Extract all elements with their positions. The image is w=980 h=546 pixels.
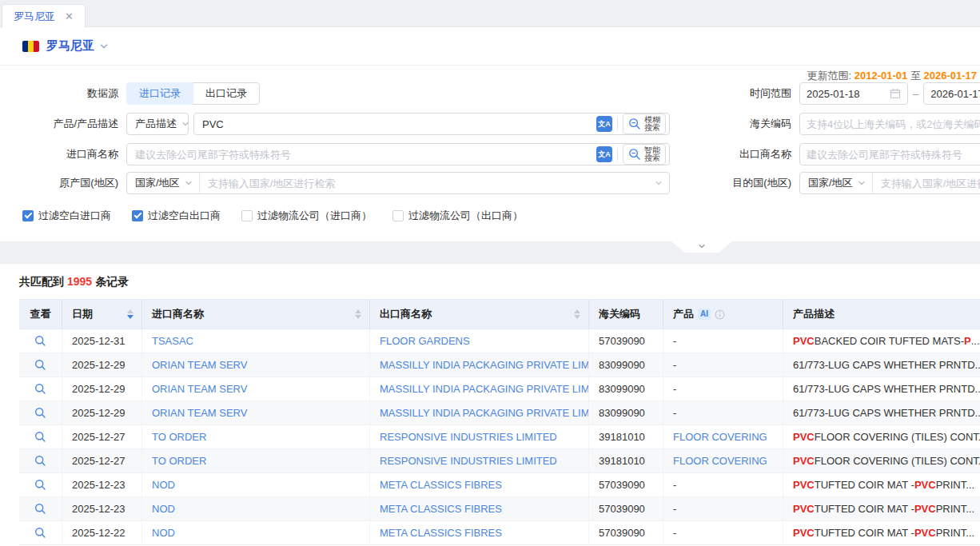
column-label: 产品	[673, 307, 694, 321]
exporter-link[interactable]: MASSILLY INDIA PACKAGING PRIVATE LIMI...	[380, 359, 589, 371]
cell-product: FLOOR COVERING	[663, 449, 783, 472]
fuzzy-search-button[interactable]: 模糊搜索	[623, 114, 666, 134]
column-header-view: 查看	[19, 300, 62, 329]
cell-hs-code: 57039090	[589, 497, 663, 520]
importer-link[interactable]: TSASAC	[152, 335, 193, 347]
product-empty: -	[673, 527, 676, 539]
product-link[interactable]: FLOOR COVERING	[673, 431, 767, 443]
origin-country-input[interactable]: 国家/地区	[126, 172, 670, 194]
smart-search-button[interactable]: 智能搜索	[623, 144, 666, 165]
cell-view[interactable]	[19, 521, 62, 544]
chevron-down-icon	[185, 179, 193, 187]
results-summary: 共匹配到1995条记录	[19, 273, 980, 289]
update-range-from: 2012-01-01	[855, 70, 908, 82]
exporter-label: 出口商名称	[731, 147, 791, 161]
checkbox-icon	[132, 210, 143, 221]
dest-country-input[interactable]: 国家/地区	[799, 172, 980, 194]
product-field-type-select[interactable]: 产品描述	[126, 113, 189, 135]
calendar-icon	[890, 88, 901, 99]
importer-link[interactable]: ORIAN TEAM SERV	[152, 359, 247, 371]
checkbox-label: 过滤空白进口商	[38, 209, 111, 223]
cell-view[interactable]	[19, 353, 62, 377]
table-row: 2025-12-29ORIAN TEAM SERVMASSILLY INDIA …	[19, 401, 980, 425]
sort-icon[interactable]	[355, 309, 361, 319]
cell-view[interactable]	[19, 329, 62, 353]
importer-input[interactable]: 文A 智能搜索	[126, 143, 670, 165]
cell-view[interactable]	[19, 473, 62, 496]
column-header-hs_code: 海关编码	[589, 300, 663, 329]
import-records-button[interactable]: 进口记录	[126, 82, 193, 105]
product-search-input[interactable]: 文A 模糊搜索	[193, 113, 670, 135]
exporter-link[interactable]: RESPONSIVE INDUSTRIES LIMITED	[380, 431, 557, 443]
translate-icon[interactable]: 文A	[596, 146, 612, 162]
filter-panel: 更新范围: 2012-01-01 至 2026-01-17 数据源 进口记录 出…	[0, 66, 980, 241]
cell-exporter: RESPONSIVE INDUSTRIES LIMITED	[370, 425, 589, 448]
cell-view[interactable]	[19, 497, 62, 520]
cell-view[interactable]	[19, 449, 62, 472]
cell-hs-code: 57039090	[589, 329, 663, 353]
cell-date: 2025-12-22	[62, 521, 142, 544]
info-icon[interactable]	[715, 309, 725, 320]
cell-view[interactable]	[19, 401, 62, 424]
sort-icon[interactable]	[127, 309, 133, 319]
zoom-out-magnifier-icon	[628, 118, 641, 130]
view-magnifier-icon	[34, 335, 46, 347]
cell-date: 2025-12-23	[62, 473, 142, 496]
translate-icon[interactable]: 文A	[596, 116, 612, 132]
cell-view[interactable]	[19, 425, 62, 448]
country-selector[interactable]: 罗马尼亚	[46, 38, 109, 54]
importer-link[interactable]: TO ORDER	[152, 431, 206, 443]
column-label: 海关编码	[599, 307, 640, 321]
date-end-input[interactable]	[923, 82, 980, 105]
exporter-link[interactable]: MASSILLY INDIA PACKAGING PRIVATE LIMI...	[380, 383, 589, 395]
exporter-link[interactable]: RESPONSIVE INDUSTRIES LIMITED	[380, 455, 557, 467]
column-header-importer[interactable]: 进口商名称	[142, 300, 370, 329]
export-records-button[interactable]: 出口记录	[193, 82, 260, 105]
country-type-select[interactable]: 国家/地区	[127, 173, 200, 193]
table-row: 2025-12-23NODMETA CLASSICS FIBRES5703909…	[19, 473, 980, 497]
cell-exporter: META CLASSICS FIBRES	[370, 473, 589, 496]
column-label: 查看	[30, 307, 51, 321]
date-start-input[interactable]	[799, 82, 908, 105]
cell-hs-code: 83099090	[589, 353, 663, 377]
product-link[interactable]: FLOOR COVERING	[673, 455, 767, 467]
exporter-link[interactable]: FLOOR GARDENS	[380, 335, 470, 347]
table-row: 2025-12-22NODMETA CLASSICS FIBRES5703909…	[19, 521, 980, 545]
date-separator: –	[913, 88, 918, 100]
results-count: 1995	[67, 275, 92, 288]
importer-link[interactable]: NOD	[152, 503, 175, 515]
exporter-link[interactable]: META CLASSICS FIBRES	[380, 479, 502, 491]
cell-importer: ORIAN TEAM SERV	[142, 353, 370, 377]
tab-romania[interactable]: 罗马尼亚 ✕	[2, 4, 86, 28]
tab-title: 罗马尼亚	[14, 10, 55, 24]
country-type-select[interactable]: 国家/地区	[800, 173, 873, 193]
filter-checkbox-1[interactable]: 过滤空白出口商	[132, 209, 221, 223]
cell-hs-code: 57039090	[589, 473, 663, 496]
filter-checkbox-0[interactable]: 过滤空白进口商	[22, 209, 111, 223]
exporter-input[interactable]	[799, 143, 980, 165]
importer-link[interactable]: ORIAN TEAM SERV	[152, 407, 247, 419]
cell-product: -	[663, 377, 783, 401]
exporter-link[interactable]: MASSILLY INDIA PACKAGING PRIVATE LIMI...	[380, 407, 589, 419]
close-icon[interactable]: ✕	[65, 11, 74, 22]
romania-flag-icon	[22, 41, 39, 52]
column-header-date[interactable]: 日期	[62, 300, 142, 329]
checkbox-label: 过滤物流公司（出口商）	[408, 209, 523, 223]
hs-code-input[interactable]	[799, 113, 980, 135]
filter-checkbox-3[interactable]: 过滤物流公司（出口商）	[392, 209, 523, 223]
importer-link[interactable]: TO ORDER	[152, 455, 206, 467]
collapse-filters-button[interactable]	[671, 241, 732, 253]
cell-view[interactable]	[19, 377, 62, 401]
exporter-link[interactable]: META CLASSICS FIBRES	[380, 527, 502, 539]
sort-icon[interactable]	[574, 309, 580, 319]
exporter-link[interactable]: META CLASSICS FIBRES	[380, 503, 502, 515]
data-source-row: 数据源 进口记录 出口记录	[14, 82, 260, 105]
checkbox-label: 过滤物流公司（进口商）	[257, 209, 372, 223]
cell-product-desc: PVC TUFTED COIR MAT - PVC PRINT...	[783, 497, 980, 520]
importer-link[interactable]: ORIAN TEAM SERV	[152, 383, 247, 395]
cell-exporter: MASSILLY INDIA PACKAGING PRIVATE LIMI...	[370, 401, 589, 424]
importer-link[interactable]: NOD	[152, 527, 175, 539]
importer-link[interactable]: NOD	[152, 479, 175, 491]
filter-checkbox-2[interactable]: 过滤物流公司（进口商）	[241, 209, 372, 223]
column-header-exporter[interactable]: 出口商名称	[370, 300, 589, 329]
